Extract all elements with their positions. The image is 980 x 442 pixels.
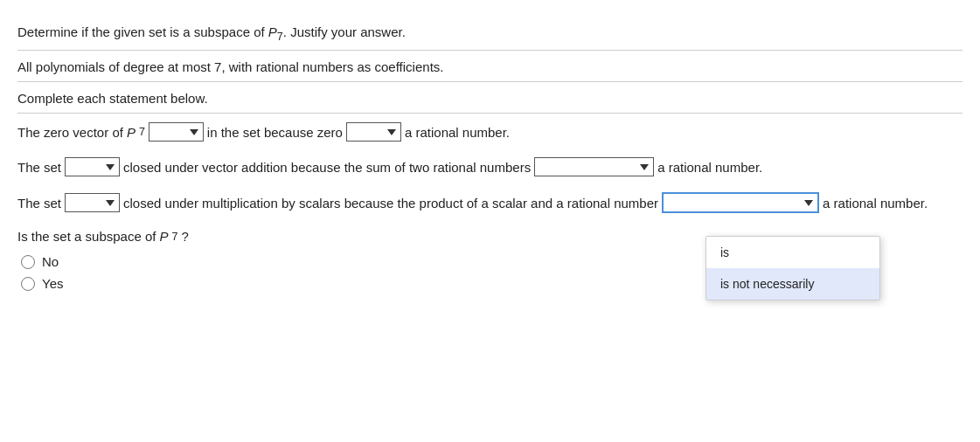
zero-vector-select[interactable]: is is not (149, 122, 204, 142)
stmt-zero-vector: The zero vector of P7 is is not in the s… (17, 122, 963, 142)
problem-text-1: Determine if the given set is a subspace… (17, 24, 268, 39)
popup-item-is[interactable]: is (706, 237, 879, 268)
stmt-addition: The set is is not closed under vector ad… (17, 157, 963, 176)
problem-line1: Determine if the given set is a subspace… (17, 16, 963, 51)
stmt-scalar: The set is is not closed under multiplic… (17, 192, 963, 213)
stmt1-sub: 7 (139, 126, 145, 138)
stmt1-math: P (127, 125, 136, 140)
subspace-p-sub: 7 (171, 231, 177, 243)
radio-no[interactable] (21, 255, 35, 269)
subspace-p-math: P (159, 229, 168, 244)
popup-item-is-not-necessarily[interactable]: is not necessarily (706, 268, 879, 300)
p7-sub: 7 (277, 31, 283, 43)
stmt1-suffix: a rational number. (405, 125, 510, 140)
radio-no-text: No (42, 254, 59, 269)
problem-description: All polynomials of degree at most 7, wit… (17, 59, 443, 74)
stmt1-prefix: The zero vector of (17, 125, 123, 140)
subspace-question-text: Is the set a subspace of (17, 229, 156, 244)
stmt2-suffix: a rational number. (657, 160, 762, 175)
dropdown-popup: is is not necessarily (705, 236, 880, 300)
product-rational-select[interactable]: is is not necessarily (662, 192, 819, 213)
complete-statement: Complete each statement below. (17, 91, 208, 106)
stmt3-middle: closed under multiplication by scalars b… (123, 196, 658, 211)
radio-yes[interactable] (21, 277, 35, 291)
stmt1-middle: in the set because zero (207, 125, 343, 140)
p7-math: P (268, 24, 277, 39)
set-scalar-select[interactable]: is is not (65, 193, 120, 212)
zero-rational-select[interactable]: is is not (346, 122, 401, 142)
radio-yes-text: Yes (42, 276, 63, 291)
subspace-question-end: ? (181, 229, 188, 244)
problem-text-1b: . Justify your answer. (283, 24, 406, 39)
stmt3-suffix: a rational number. (823, 196, 928, 211)
stmt2-middle: closed under vector addition because the… (123, 160, 531, 175)
problem-line3: Complete each statement below. (17, 82, 963, 114)
stmt2-prefix: The set (17, 160, 61, 175)
set-addition-select[interactable]: is is not (65, 157, 120, 176)
stmt3-prefix: The set (17, 196, 61, 211)
sum-rational-select[interactable]: is is not necessarily (534, 157, 654, 176)
problem-line2: All polynomials of degree at most 7, wit… (17, 51, 963, 82)
